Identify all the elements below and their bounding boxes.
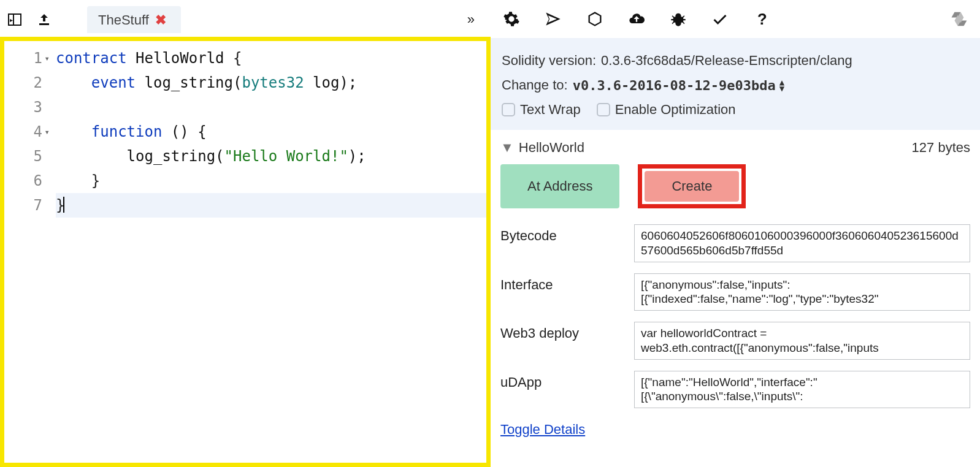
file-tab[interactable]: TheStuff ✖ — [87, 6, 181, 33]
line-number: 3 — [4, 95, 42, 120]
solidity-version-label: Solidity version: — [502, 53, 596, 69]
interface-field[interactable] — [634, 273, 970, 311]
contract-panel: ▼ HelloWorld 127 bytes At Address Create… — [491, 130, 980, 438]
at-address-button[interactable]: At Address — [500, 164, 619, 208]
line-number: 5 — [4, 144, 42, 169]
version-select[interactable]: v0.3.6-2016-08-12-9e03bda ▲▼ — [573, 78, 785, 93]
optimize-checkbox[interactable] — [597, 103, 610, 116]
bytecode-label: Bytecode — [500, 224, 623, 244]
cloud-upload-icon[interactable] — [624, 7, 649, 31]
check-icon[interactable] — [708, 7, 732, 31]
line-number: 1 — [4, 46, 42, 70]
close-icon[interactable]: ✖ — [155, 12, 166, 28]
code-editor[interactable]: 1 2 3 4 5 6 7 contract HelloWorld { even… — [0, 37, 491, 467]
change-to-label: Change to: — [502, 77, 568, 93]
help-icon[interactable]: ? — [749, 7, 774, 31]
optimize-label: Enable Optimization — [615, 102, 736, 118]
svg-text:?: ? — [757, 10, 767, 28]
cube-icon[interactable] — [583, 7, 607, 31]
tab-overflow-icon[interactable]: » — [467, 12, 487, 28]
bytecode-field[interactable] — [634, 224, 970, 262]
send-icon[interactable] — [541, 7, 565, 31]
toggle-panel-icon[interactable]: ▸ — [4, 9, 26, 31]
web3-deploy-label: Web3 deploy — [500, 322, 623, 341]
gear-icon[interactable] — [499, 7, 524, 31]
solidity-logo-icon — [947, 7, 971, 31]
upload-icon[interactable] — [33, 9, 55, 31]
toggle-details-link[interactable]: Toggle Details — [500, 422, 585, 438]
line-number: 2 — [4, 70, 42, 95]
line-number: 4 — [4, 120, 42, 144]
interface-label: Interface — [500, 273, 623, 293]
create-highlight: Create — [638, 164, 746, 208]
udapp-label: uDApp — [500, 371, 623, 390]
contract-name: HelloWorld — [519, 140, 912, 156]
bug-icon[interactable] — [666, 7, 691, 31]
right-toolbar: ? — [491, 0, 980, 38]
compiler-settings: Solidity version: 0.3.6-3fc68da5/Release… — [491, 38, 980, 130]
file-tab-label: TheStuff — [98, 12, 149, 28]
text-wrap-checkbox[interactable] — [502, 103, 515, 116]
line-number: 6 — [4, 169, 42, 193]
svg-text:▸: ▸ — [10, 17, 13, 23]
text-cursor — [63, 197, 64, 213]
line-gutter: 1 2 3 4 5 6 7 — [4, 41, 48, 463]
left-topbar: ▸ TheStuff ✖ » — [0, 0, 491, 37]
line-number: 7 — [4, 193, 42, 218]
collapse-caret-icon[interactable]: ▼ — [500, 140, 514, 156]
udapp-field[interactable] — [634, 371, 970, 409]
version-select-value: v0.3.6-2016-08-12-9e03bda — [573, 78, 776, 93]
text-wrap-label: Text Wrap — [520, 102, 581, 118]
sort-icon: ▲▼ — [779, 79, 784, 91]
contract-size: 127 bytes — [912, 140, 970, 156]
web3-deploy-field[interactable] — [634, 322, 970, 360]
code-area[interactable]: contract HelloWorld { event log_string(b… — [48, 41, 486, 463]
svg-rect-3 — [39, 23, 49, 25]
solidity-version-value: 0.3.6-3fc68da5/Release-Emscripten/clang — [601, 53, 852, 69]
create-button[interactable]: Create — [645, 171, 739, 202]
